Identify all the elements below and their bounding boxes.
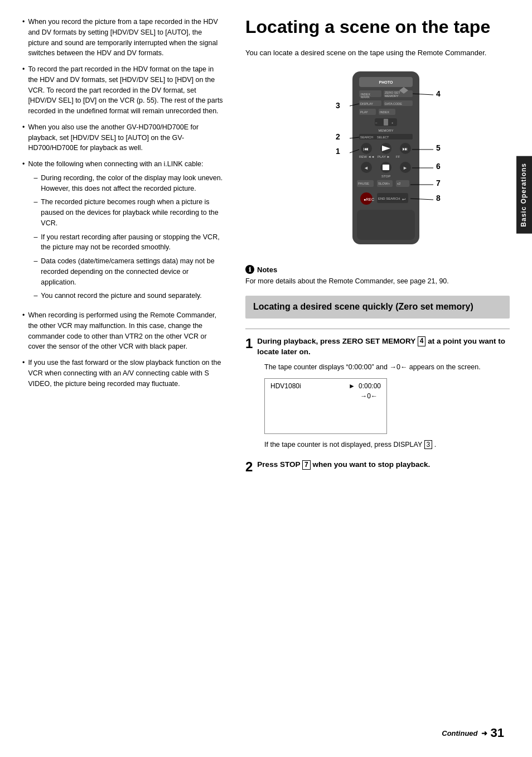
step-2-box-label: 7: [302, 460, 311, 470]
svg-text:6: 6: [436, 162, 441, 171]
notes-text: For more details about the Remote Comman…: [245, 276, 510, 287]
svg-text:◄: ◄: [364, 165, 369, 171]
notes-icon: ℹ: [245, 265, 254, 274]
svg-text:PLAY: PLAY: [360, 110, 368, 114]
main-title: Locating a scene on the tape: [245, 17, 510, 37]
sub-list: During recording, the color of the displ…: [28, 173, 223, 301]
notes-section: ℹ Notes For more details about the Remot…: [245, 265, 510, 287]
svg-text:3: 3: [336, 101, 340, 110]
list-item: Note the following when connecting with …: [22, 159, 223, 305]
bullet-text: When you also use the another GV-HD700/H…: [28, 122, 223, 153]
left-column: When you record the picture from a tape …: [0, 0, 234, 757]
step-2-header: 2 Press STOP 7 when you want to stop pla…: [245, 459, 510, 474]
svg-text:PLAY ►: PLAY ►: [378, 155, 390, 158]
step-2-title: Press STOP 7 when you want to stop playb…: [257, 459, 430, 470]
svg-text:7: 7: [436, 179, 441, 187]
step-1-title-text: During playback, press ZERO SET MEMORY: [257, 337, 415, 345]
svg-text:FF: FF: [396, 155, 400, 158]
svg-text:MEMORY: MEMORY: [379, 129, 394, 132]
step-2-title-text: Press STOP: [257, 460, 300, 469]
svg-rect-38: [383, 165, 389, 170]
screen-arrow: →0←: [270, 392, 381, 400]
screen-preview: HDV1080i ► 0:00:00 →0←: [264, 378, 387, 434]
svg-text:INDEX: INDEX: [380, 110, 389, 114]
remote-svg: PHOTO INDEX MARK ZERO SET MEMORY DISPLAY: [319, 66, 436, 257]
svg-text:1: 1: [336, 147, 340, 156]
sub-list-item: The recorded picture becomes rough when …: [28, 197, 223, 228]
bullet-list: When you record the picture from a tape …: [22, 17, 223, 389]
step-2-title-suffix: when you want to stop playback.: [312, 460, 430, 469]
notes-title: ℹ Notes: [245, 265, 510, 274]
svg-text:⏮: ⏮: [364, 146, 369, 152]
svg-text:⏭: ⏭: [403, 146, 408, 152]
sub-text: If you restart recording after pausing o…: [41, 232, 223, 253]
continued-arrow: ➜: [481, 729, 487, 737]
right-column: Locating a scene on the tape You can loc…: [234, 0, 532, 757]
display-note: If the tape counter is not displayed, pr…: [264, 440, 510, 450]
remote-image-container: PHOTO INDEX MARK ZERO SET MEMORY DISPLAY: [245, 66, 510, 257]
svg-text:DISPLAY: DISPLAY: [360, 102, 373, 105]
svg-rect-53: [357, 210, 415, 240]
list-item: If you use the fast forward or the slow …: [22, 358, 223, 389]
bullet-text: If you use the fast forward or the slow …: [28, 358, 223, 389]
svg-text:MEMORY: MEMORY: [385, 94, 399, 98]
list-item: When you also use the another GV-HD700/H…: [22, 122, 223, 153]
svg-text:x2: x2: [397, 182, 401, 185]
svg-text:END SEARCH: END SEARCH: [378, 197, 400, 200]
svg-text:STOP: STOP: [381, 175, 390, 178]
svg-text:4: 4: [436, 89, 441, 98]
sub-list-item: You cannot record the picture and sound …: [28, 291, 223, 301]
sub-text: The recorded picture becomes rough when …: [41, 197, 223, 228]
section-divider: [245, 329, 510, 329]
svg-text:+: +: [391, 121, 394, 124]
svg-text:SLOW+: SLOW+: [378, 182, 390, 185]
highlight-box-title: Locating a desired scene quickly (Zero s…: [253, 301, 502, 313]
svg-text:PAUSE: PAUSE: [358, 182, 369, 185]
svg-text:PHOTO: PHOTO: [379, 80, 393, 84]
bullet-text: Note the following when connecting with …: [28, 160, 203, 168]
step-1: 1 During playback, press ZERO SET MEMORY…: [245, 336, 510, 450]
svg-text:DATA CODE: DATA CODE: [385, 102, 402, 105]
list-item: When recording is performed using the Re…: [22, 310, 223, 352]
list-item: When you record the picture from a tape …: [22, 17, 223, 59]
side-tab-label: Basic Operations: [516, 156, 532, 234]
sub-list-item: Data codes (date/time/camera settings da…: [28, 256, 223, 287]
display-note-end: .: [434, 441, 436, 449]
svg-text:MARK: MARK: [361, 95, 370, 99]
screen-play-icon: ►: [349, 382, 355, 390]
sub-text: You cannot record the picture and sound …: [41, 291, 201, 301]
screen-time: 0:00:00: [359, 382, 381, 390]
bullet-text: To record the part recorded in the HDV f…: [28, 64, 223, 117]
page-footer: Continued ➜ 31: [442, 726, 504, 740]
svg-text:►: ►: [403, 165, 408, 171]
notes-label: Notes: [257, 266, 277, 274]
bullet-text: When you record the picture from a tape …: [28, 17, 223, 59]
display-note-text: If the tape counter is not displayed, pr…: [264, 441, 422, 449]
svg-text:8: 8: [436, 194, 441, 202]
screen-label: HDV1080i: [270, 382, 301, 390]
svg-text:SELECT: SELECT: [377, 136, 389, 139]
screen-body-area: [270, 400, 381, 428]
step-1-body: The tape counter displays “0:00:00” and …: [264, 362, 510, 373]
highlight-box: Locating a desired scene quickly (Zero s…: [245, 296, 510, 319]
list-item: To record the part recorded in the HDV f…: [22, 64, 223, 117]
sub-list-item: If you restart recording after pausing o…: [28, 232, 223, 253]
step-1-header: 1 During playback, press ZERO SET MEMORY…: [245, 336, 510, 358]
sub-text: During recording, the color of the displ…: [41, 173, 223, 194]
remote-commander-svg: PHOTO INDEX MARK ZERO SET MEMORY DISPLAY: [319, 66, 464, 255]
bullet-text: When recording is performed using the Re…: [28, 310, 223, 352]
sub-list-item: During recording, the color of the displ…: [28, 173, 223, 194]
continued-label: Continued: [442, 729, 477, 737]
svg-text:●REC: ●REC: [364, 197, 374, 201]
step-1-number: 1: [245, 337, 253, 350]
svg-text:5: 5: [436, 143, 441, 152]
svg-rect-21: [384, 119, 388, 126]
svg-text:REW ◄◄: REW ◄◄: [359, 155, 375, 158]
step-2-number: 2: [245, 460, 253, 474]
svg-text:↩: ↩: [402, 197, 406, 202]
step-1-box-label: 4: [418, 336, 426, 346]
step-1-title: During playback, press ZERO SET MEMORY 4…: [257, 336, 510, 358]
intro-text: You can locate a desired scene on the ta…: [245, 47, 510, 59]
display-box-label: 3: [424, 440, 433, 449]
step-2: 2 Press STOP 7 when you want to stop pla…: [245, 459, 510, 474]
